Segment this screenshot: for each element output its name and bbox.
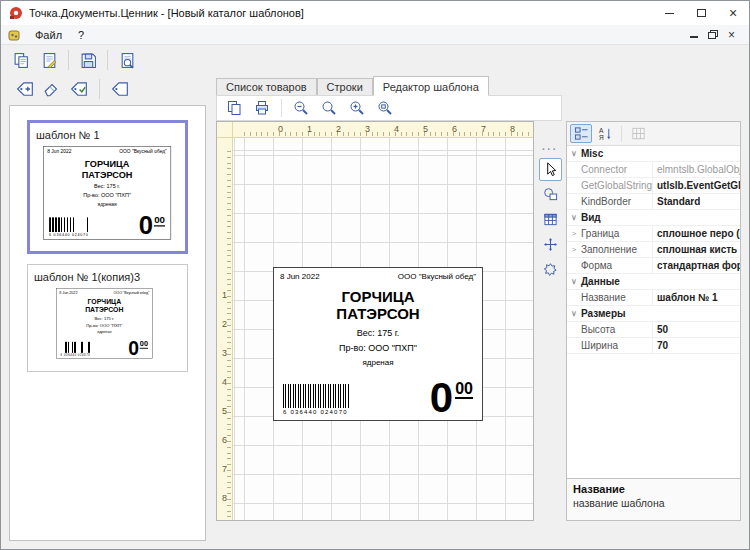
template-card-2[interactable]: шаблон № 1(копия)3 8 Jun 2022 ООО "Вкусн… [27, 264, 188, 372]
label-price: 0 00 [139, 215, 165, 236]
property-grid: ∨MiscConnectorelmntslb.GlobalObjectConGe… [567, 146, 740, 478]
zoom-region-button[interactable] [372, 97, 398, 119]
export-button[interactable] [221, 97, 247, 119]
zoom-out-button[interactable] [288, 97, 314, 119]
prop-value[interactable]: стандартная форма [653, 260, 740, 271]
maximize-button[interactable] [685, 1, 717, 25]
add-template-button[interactable] [13, 77, 37, 101]
chevron-down-icon: ∨ [567, 277, 581, 286]
prop-category-name: Вид [581, 212, 601, 223]
barcode-block: 6 036440 024070 [61, 342, 91, 356]
prop-value[interactable]: 50 [653, 324, 740, 335]
tab-bar: Список товаровСтрокиРедактор шаблона [216, 75, 741, 95]
categorized-view-button[interactable] [570, 124, 592, 143]
copy-document-button[interactable] [7, 47, 35, 73]
app-menu-icon[interactable] [7, 28, 21, 42]
prop-category-data[interactable]: ∨Данные [567, 274, 740, 290]
ruler-h-number: 8 [510, 124, 515, 134]
prop-row-kind-border[interactable]: KindBorderStandard [567, 194, 740, 210]
document-edit-icon [41, 52, 58, 69]
menu-file[interactable]: Файл [27, 27, 70, 43]
mdi-restore-button[interactable] [708, 30, 718, 39]
tab-product-list[interactable]: Список товаров [216, 78, 317, 95]
editor-area: Список товаровСтрокиРедактор шаблона [216, 75, 741, 541]
price-label[interactable]: 8 Jun 2022 ООО "Вкусный обед" ГОРЧИЦА ПА… [56, 288, 153, 359]
svg-text:A: A [598, 127, 603, 134]
preview-document-button[interactable] [113, 47, 141, 73]
ruler-v-number: 8 [222, 493, 227, 503]
erase-template-button[interactable] [40, 77, 64, 101]
alphabetical-view-button[interactable]: A Я [594, 124, 616, 143]
edit-document-button[interactable] [35, 47, 63, 73]
chevron-right-icon[interactable]: > [567, 229, 581, 238]
document-icon [226, 100, 242, 116]
prop-row-border[interactable]: >Границасплошное перо (Color [S [567, 226, 740, 242]
design-canvas[interactable]: 0123456789 12345678 8 Jun 2022 ООО "Вкус… [216, 121, 534, 521]
prop-value[interactable]: сплошная кисть (Color [ [653, 244, 740, 255]
settings-button[interactable] [627, 124, 649, 143]
polygon-tool-button[interactable] [539, 258, 562, 281]
property-toolbar: A Я [567, 122, 740, 146]
grip-dots-icon[interactable]: ··· [542, 145, 558, 155]
price-label[interactable]: 8 Jun 2022 ООО "Вкусный обед" ГОРЧИЦА ПА… [43, 146, 171, 240]
barcode-block: 6 036440 024070 [283, 384, 349, 415]
zoom-in-button[interactable] [344, 97, 370, 119]
prop-value[interactable]: сплошное перо (Color [S [653, 228, 740, 239]
prop-row-connector[interactable]: Connectorelmntslb.GlobalObjectCon [567, 162, 740, 178]
label-date: 8 Jun 2022 [280, 272, 320, 281]
prop-row-shape[interactable]: Формастандартная форма [567, 258, 740, 274]
price-label[interactable]: 8 Jun 2022 ООО "Вкусный обед" ГОРЧИЦА ПА… [273, 267, 483, 421]
content-area: шаблон № 1 8 Jun 2022 ООО "Вкусный обед"… [9, 75, 741, 541]
prop-category-sizes[interactable]: ∨Размеры [567, 306, 740, 322]
template-card-1[interactable]: шаблон № 1 8 Jun 2022 ООО "Вкусный обед"… [27, 120, 188, 254]
prop-key: Connector [581, 162, 653, 177]
template-list: шаблон № 1 8 Jun 2022 ООО "Вкусный обед"… [9, 105, 206, 541]
prop-row-width[interactable]: Ширина70 [567, 338, 740, 354]
zoom-region-icon [377, 100, 393, 116]
label-company: ООО "Вкусный обед" [113, 290, 149, 294]
check-template-button[interactable] [67, 77, 91, 101]
menu-help[interactable]: ? [70, 27, 92, 43]
close-button[interactable]: × [717, 1, 749, 25]
prop-value[interactable]: elmntslb.GlobalObjectCon [653, 164, 740, 175]
mdi-minimize-button[interactable] [690, 36, 698, 38]
prop-row-name[interactable]: Названиешаблон № 1 [567, 290, 740, 306]
prop-value[interactable]: Standard [653, 196, 740, 207]
zoom-reset-button[interactable] [316, 97, 342, 119]
chevron-right-icon[interactable]: > [567, 245, 581, 254]
mdi-close-button[interactable]: × [728, 29, 735, 41]
select-tool-button[interactable] [539, 158, 562, 181]
label-header: 8 Jun 2022 ООО "Вкусный обед" [59, 290, 149, 294]
prop-row-get-global-string[interactable]: GetGlobalStringutlslb.EventGetGloba [567, 178, 740, 194]
shape-tool-button[interactable] [539, 183, 562, 206]
prop-category-name: Размеры [581, 308, 626, 319]
ruler-v-number: 1 [222, 290, 227, 300]
grid-surface[interactable]: 8 Jun 2022 ООО "Вкусный обед" ГОРЧИЦА ПА… [233, 138, 533, 520]
template-name: шаблон № 1 [33, 126, 182, 146]
prop-category-view[interactable]: ∨Вид [567, 210, 740, 226]
prop-value[interactable]: utlslb.EventGetGloba [653, 180, 740, 191]
prop-key: Граница [581, 226, 653, 241]
price-fraction: 00 [140, 340, 148, 348]
tab-rows[interactable]: Строки [317, 78, 373, 95]
save-button[interactable] [74, 47, 102, 73]
prop-value[interactable]: шаблон № 1 [653, 292, 740, 303]
template-thumbnail: 8 Jun 2022 ООО "Вкусный обед" ГОРЧИЦА ПА… [31, 288, 184, 368]
prop-row-fill[interactable]: >Заполнениесплошная кисть (Color [ [567, 242, 740, 258]
prop-value[interactable]: 70 [653, 340, 740, 351]
prop-row-height[interactable]: Высота50 [567, 322, 740, 338]
minimize-button[interactable] [653, 1, 685, 25]
transform-tool-button[interactable] [539, 233, 562, 256]
tab-template-editor[interactable]: Редактор шаблона [373, 76, 489, 96]
barcode-digits: 6 036440 024070 [49, 233, 89, 237]
prop-category-misc[interactable]: ∨Misc [567, 146, 740, 162]
toolbar-separator [621, 126, 622, 142]
ruler-h-number: 4 [394, 124, 399, 134]
label-product-name: ГОРЧИЦА ПАТЭРСОН [317, 288, 439, 323]
barcode-icon [283, 384, 349, 408]
table-tool-button[interactable] [539, 208, 562, 231]
prop-key: Форма [581, 258, 653, 273]
print-button[interactable] [249, 97, 275, 119]
copy-template-button[interactable] [108, 77, 132, 101]
grid-icon [631, 126, 646, 141]
